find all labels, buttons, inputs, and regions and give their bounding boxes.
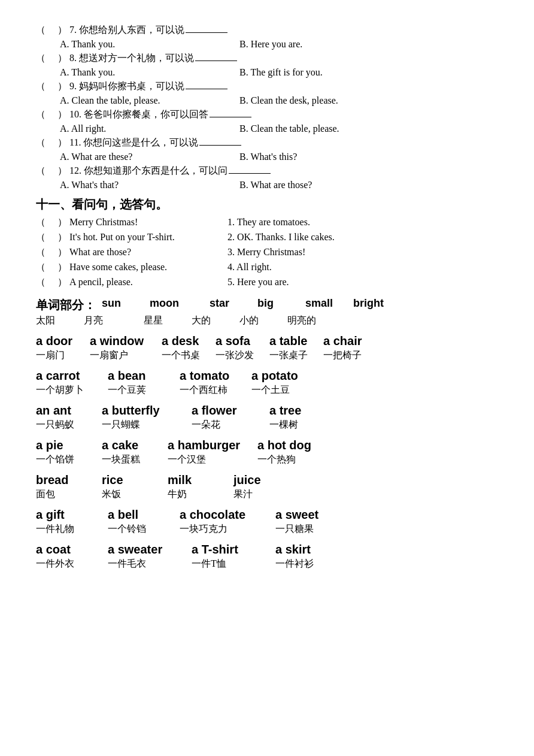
matching-left: （ ） It's hot. Put on your T-shirt. <box>36 231 227 244</box>
vocab-word-en: a bean <box>108 369 180 383</box>
vocab-word-en: moon <box>150 297 210 313</box>
vocab-cn-row: 一个胡萝卜一个豆荚一个西红柿一个土豆 <box>36 384 498 397</box>
vocab-word-cn: 一个馅饼 <box>36 453 102 466</box>
q-num: 12. 你想知道那个东西是什么，可以问 <box>69 165 272 177</box>
vocab-word-cn: 一只蝴蝶 <box>102 419 192 431</box>
vocab-cn-row: 太阳月亮星星大的小的明亮的 <box>36 315 498 327</box>
q-num: 9. 妈妈叫你擦书桌，可以说 <box>69 80 229 93</box>
answer-blank <box>45 262 57 273</box>
options-row: A. Thank you.B. Here you are. <box>36 39 498 50</box>
vocab-word-cn: 一扇门 <box>36 349 90 362</box>
vocab-word-en: big <box>257 297 305 313</box>
paren: （ <box>36 108 45 121</box>
question-row: （ ） 9. 妈妈叫你擦书桌，可以说 <box>36 80 498 93</box>
vocab-cn-row: 一个馅饼一块蛋糕一个汉堡一个热狗 <box>36 453 498 466</box>
q-num: 7. 你想给别人东西，可以说 <box>69 24 229 37</box>
vocab-word-cn: 一只蚂蚁 <box>36 419 102 431</box>
fill-blank <box>199 145 241 146</box>
matching-answer: 5. Here you are. <box>227 277 498 288</box>
vocab-word-cn: 一张桌子 <box>269 349 323 362</box>
matching-question: Merry Christmas! <box>69 217 138 228</box>
vocab-word-en: a hot dog <box>257 439 335 452</box>
vocab-en-row: an anta butterflya flowera tree <box>36 404 498 418</box>
matching-answer: 1. They are tomatoes. <box>227 217 498 228</box>
paren: （ <box>36 80 45 93</box>
paren-close: ） <box>57 108 67 121</box>
vocab-word-cn: 大的 <box>192 315 239 327</box>
vocab-cn-row: 一件礼物一个铃铛一块巧克力一只糖果 <box>36 523 498 536</box>
vocab-word-cn: 明亮的 <box>287 315 335 327</box>
answer-blank <box>45 232 57 243</box>
vocab-word-cn: 一朵花 <box>192 419 269 431</box>
matching-answer: 4. All right. <box>227 262 498 273</box>
vocab-word-en: bread <box>36 473 102 487</box>
section-11-title: 十一、看问句，选答句。 <box>36 196 498 213</box>
vocab-word-cn: 一件外衣 <box>36 558 108 570</box>
vocab-word-en: a cake <box>102 439 168 452</box>
answer-blank <box>45 109 57 120</box>
vocab-word-cn: 一个铃铛 <box>108 523 180 536</box>
vocab-word-en: small <box>305 297 353 313</box>
vocab-word-en: juice <box>233 473 299 487</box>
vocab-word-en: a desk <box>162 334 216 348</box>
vocab-word-en: a chocolate <box>180 508 275 522</box>
vocab-word-en: an ant <box>36 404 102 418</box>
fill-blank <box>186 32 227 33</box>
vocab-word-cn: 米饭 <box>102 488 168 501</box>
question-row: （ ） 12. 你想知道那个东西是什么，可以问 <box>36 165 498 177</box>
vocab-word-en: a pie <box>36 439 102 452</box>
paren-close: ） <box>57 261 67 274</box>
vocab-word-cn: 一个豆荚 <box>108 384 180 397</box>
vocab-word-en: a table <box>269 334 323 348</box>
vocab-word-cn: 一棵树 <box>269 419 335 431</box>
options-row: A. What are these?B. What's this? <box>36 152 498 162</box>
vocab-word-cn: 太阳 <box>36 315 84 327</box>
vocab-word-en: a chair <box>323 334 377 348</box>
option-a: A. All right. <box>60 123 239 134</box>
option-b: B. What's this? <box>239 152 498 162</box>
option-b: B. What are those? <box>239 180 498 190</box>
vocab-en-row: a gifta bella chocolatea sweet <box>36 508 498 522</box>
q-num: 8. 想送对方一个礼物，可以说 <box>69 52 238 65</box>
paren: （ <box>36 137 45 149</box>
matching-answer: 2. OK. Thanks. I like cakes. <box>227 232 498 243</box>
vocab-word-en: a bell <box>108 508 180 522</box>
vocab-word-cn: 一只糖果 <box>275 523 347 536</box>
option-b: B. Here you are. <box>239 39 498 50</box>
vocab-word-en: bright <box>353 297 401 313</box>
option-b: B. The gift is for you. <box>239 67 498 78</box>
question-row: （ ） 10. 爸爸叫你擦餐桌，你可以回答 <box>36 108 498 121</box>
vocab-word-cn: 一块巧克力 <box>180 523 275 536</box>
vocab-word-en: a tomato <box>180 369 251 383</box>
vocab-en-row: a carrota beana tomatoa potato <box>36 369 498 383</box>
vocab-word-cn: 牛奶 <box>168 488 233 501</box>
answer-blank <box>45 25 57 35</box>
option-a: A. What are these? <box>60 152 239 162</box>
fill-blank <box>229 173 271 174</box>
matching-row: （ ） It's hot. Put on your T-shirt. 2. OK… <box>36 231 498 244</box>
vocab-word-cn: 一件礼物 <box>36 523 108 536</box>
vocab-word-cn: 一张沙发 <box>216 349 269 362</box>
matching-row: （ ） What are those? 3. Merry Christmas! <box>36 246 498 259</box>
paren: （ <box>36 246 45 259</box>
vocab-word-cn: 一件毛衣 <box>108 558 192 570</box>
vocab-cn-row: 一只蚂蚁一只蝴蝶一朵花一棵树 <box>36 419 498 431</box>
paren: （ <box>36 24 45 37</box>
matching-answer: 3. Merry Christmas! <box>227 247 498 258</box>
answer-blank <box>45 53 57 63</box>
answer-blank <box>45 137 57 148</box>
vocab-cn-row: 一件外衣一件毛衣一件T恤一件衬衫 <box>36 558 498 570</box>
matching-left: （ ） A pencil, please. <box>36 276 227 289</box>
vocab-word-en: star <box>210 297 257 313</box>
paren-close: ） <box>57 216 67 229</box>
vocab-word-en: a sofa <box>216 334 269 348</box>
paren-close: ） <box>57 231 67 244</box>
question-row: （ ） 7. 你想给别人东西，可以说 <box>36 24 498 37</box>
answer-blank <box>45 165 57 176</box>
vocab-word-cn: 月亮 <box>84 315 144 327</box>
vocab-word-en: a sweet <box>275 508 347 522</box>
matching-row: （ ） Have some cakes, please. 4. All righ… <box>36 261 498 274</box>
vocab-en-row: a coata sweatera T-shirta skirt <box>36 543 498 557</box>
matching-row: （ ） Merry Christmas! 1. They are tomatoe… <box>36 216 498 229</box>
vocab-word-cn: 一个汉堡 <box>168 453 257 466</box>
